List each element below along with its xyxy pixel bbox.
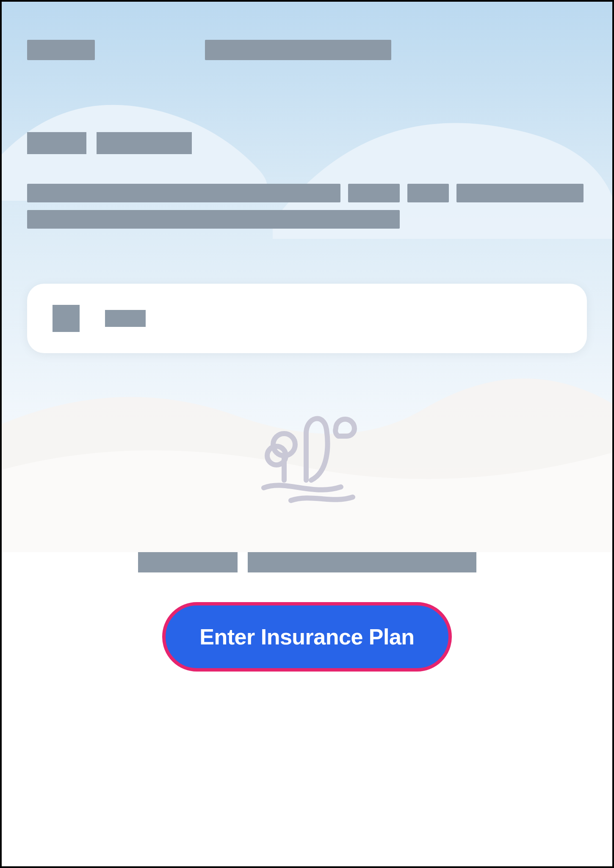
description-block: [27, 184, 587, 229]
greeting-placeholder-a: [27, 132, 86, 154]
description-line1-b: [348, 184, 400, 202]
info-card[interactable]: [27, 284, 587, 353]
empty-text-b: [248, 552, 476, 572]
empty-state-illustration: [27, 404, 587, 510]
description-line2: [27, 210, 400, 229]
top-bar-title-placeholder: [205, 40, 391, 60]
description-line1-c: [407, 184, 449, 202]
empty-state-text: [27, 552, 587, 572]
card-icon: [53, 305, 80, 332]
greeting-placeholder-b: [97, 132, 192, 154]
description-line1-d: [456, 184, 584, 202]
empty-text-a: [138, 552, 238, 572]
top-bar: [27, 40, 587, 60]
enter-insurance-plan-button[interactable]: Enter Insurance Plan: [162, 602, 451, 672]
description-line1-a: [27, 184, 340, 202]
greeting-row: [27, 132, 587, 154]
card-label-placeholder: [105, 310, 146, 327]
trees-cloud-icon: [243, 404, 371, 510]
app-frame: Enter Insurance Plan: [0, 0, 614, 868]
top-bar-left-placeholder: [27, 40, 95, 60]
